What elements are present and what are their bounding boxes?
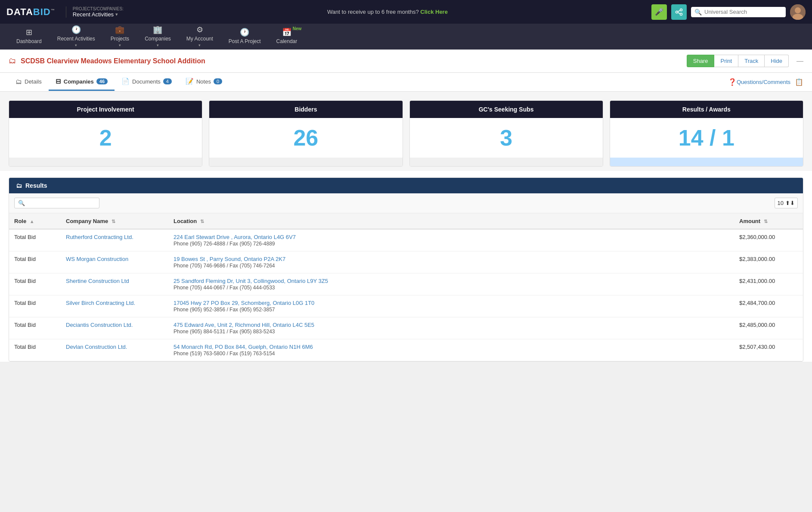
recent-activities-arrow: ▾ bbox=[75, 43, 77, 47]
cell-company-0: Rutherford Contracting Ltd. bbox=[61, 229, 168, 251]
location-phone-4: Phone (905) 884-5131 / Fax (905) 883-524… bbox=[174, 329, 275, 335]
logo-bid: BID bbox=[33, 6, 51, 17]
stat-card-project-involvement-body: 2 bbox=[9, 118, 202, 158]
col-header-location[interactable]: Location ⇅ bbox=[168, 214, 734, 230]
universal-search[interactable]: 🔍 bbox=[691, 7, 786, 17]
documents-tab-icon: 📄 bbox=[121, 78, 130, 85]
questions-comments-link[interactable]: Questions/Comments bbox=[737, 79, 790, 85]
company-link-3[interactable]: Silver Birch Contracting Ltd. bbox=[66, 300, 135, 306]
table-row: Total Bid Devlan Construction Ltd. 54 Mo… bbox=[9, 339, 803, 361]
cell-company-1: WS Morgan Construction bbox=[61, 251, 168, 273]
results-search-icon: 🔍 bbox=[18, 200, 25, 206]
cell-amount-1: $2,383,000.00 bbox=[734, 251, 803, 273]
tab-companies-label: Companies bbox=[64, 78, 94, 85]
table-header-row: Role ▲ Company Name ⇅ Location ⇅ Amount … bbox=[9, 214, 803, 230]
cell-company-5: Devlan Construction Ltd. bbox=[61, 339, 168, 361]
nav-item-companies[interactable]: 🏢 Companies ▾ bbox=[137, 24, 179, 50]
project-title: SCDSB Clearview Meadows Elementary Schoo… bbox=[21, 57, 682, 65]
project-header: 🗂 SCDSB Clearview Meadows Elementary Sch… bbox=[0, 50, 812, 73]
location-phone-1: Phone (705) 746-9686 / Fax (705) 746-726… bbox=[174, 263, 275, 269]
company-link-4[interactable]: Deciantis Construction Ltd. bbox=[66, 322, 133, 328]
results-search-box[interactable]: 🔍 bbox=[14, 198, 99, 208]
top-bar-actions: 🎤 🔍 bbox=[651, 4, 806, 20]
cell-location-3: 17045 Hwy 27 PO Box 29, Schomberg, Ontar… bbox=[168, 295, 734, 317]
companies-icon: 🏢 bbox=[153, 25, 162, 34]
details-tab-icon: 🗂 bbox=[15, 78, 22, 85]
stat-card-gcs-header: GC's Seeking Subs bbox=[410, 101, 603, 118]
col-amount-label: Amount bbox=[739, 218, 760, 224]
tab-notes[interactable]: 📝 Notes 0 bbox=[179, 73, 229, 91]
location-address-link-0[interactable]: 224 Earl Stewart Drive , Aurora, Ontario… bbox=[174, 234, 729, 240]
nav-label-post-a-project: Post A Project bbox=[229, 38, 261, 44]
results-table: Role ▲ Company Name ⇅ Location ⇅ Amount … bbox=[9, 213, 803, 361]
nav-item-my-account[interactable]: ⚙ My Account ▾ bbox=[179, 24, 221, 50]
cell-location-5: 54 Monarch Rd, PO Box 844, Guelph, Ontar… bbox=[168, 339, 734, 361]
amount-value-1: $2,383,000.00 bbox=[739, 256, 775, 262]
stat-card-results-awards: Results / Awards 14 / 1 bbox=[610, 100, 803, 167]
hide-button[interactable]: Hide bbox=[765, 55, 789, 67]
per-page-arrow: ⬆⬇ bbox=[785, 200, 795, 206]
my-account-icon: ⚙ bbox=[196, 25, 203, 34]
print-button[interactable]: Print bbox=[714, 55, 738, 67]
table-row: Total Bid Deciantis Construction Ltd. 47… bbox=[9, 317, 803, 339]
share-tool-button[interactable] bbox=[671, 4, 687, 20]
cell-role-2: Total Bid bbox=[9, 273, 61, 295]
location-address-link-5[interactable]: 54 Monarch Rd, PO Box 844, Guelph, Ontar… bbox=[174, 344, 729, 350]
company-link-5[interactable]: Devlan Construction Ltd. bbox=[66, 344, 127, 350]
minimize-button[interactable]: — bbox=[797, 57, 803, 65]
promo-text: Want to receive up to 6 free months? bbox=[327, 9, 419, 15]
svg-point-0 bbox=[680, 9, 682, 11]
avatar[interactable] bbox=[790, 4, 806, 20]
col-header-role[interactable]: Role ▲ bbox=[9, 214, 61, 230]
tab-documents[interactable]: 📄 Documents 4 bbox=[115, 73, 179, 91]
content-area: 🗂 SCDSB Clearview Meadows Elementary Sch… bbox=[0, 50, 812, 362]
cell-location-4: 475 Edward Ave, Unit 2, Richmond Hill, O… bbox=[168, 317, 734, 339]
nav-label-projects: Projects bbox=[111, 36, 129, 42]
track-button[interactable]: Track bbox=[738, 55, 765, 67]
stats-section: Project Involvement 2 Bidders 26 GC's Se… bbox=[0, 92, 812, 171]
col-header-amount[interactable]: Amount ⇅ bbox=[734, 214, 803, 230]
amount-value-5: $2,507,430.00 bbox=[739, 344, 775, 350]
cell-role-3: Total Bid bbox=[9, 295, 61, 317]
cell-amount-4: $2,485,000.00 bbox=[734, 317, 803, 339]
nav-item-post-a-project[interactable]: 🕐 Post A Project bbox=[221, 24, 269, 50]
cell-location-1: 19 Bowes St , Parry Sound, Ontario P2A 2… bbox=[168, 251, 734, 273]
logo-tm: ™ bbox=[51, 8, 55, 12]
search-input[interactable] bbox=[704, 9, 782, 15]
location-phone-0: Phone (905) 726-4888 / Fax (905) 726-488… bbox=[174, 241, 275, 247]
col-company-label: Company Name bbox=[66, 218, 108, 224]
location-address-link-4[interactable]: 475 Edward Ave, Unit 2, Richmond Hill, O… bbox=[174, 322, 729, 328]
mic-button[interactable]: 🎤 bbox=[651, 4, 667, 20]
company-link-0[interactable]: Rutherford Contracting Ltd. bbox=[66, 234, 133, 240]
breadcrumb-value[interactable]: Recent Activities ▾ bbox=[73, 11, 124, 18]
projects-arrow: ▾ bbox=[119, 43, 121, 47]
nav-item-new-calendar[interactable]: New 📅 Calendar bbox=[269, 24, 305, 50]
tab-details[interactable]: 🗂 Details bbox=[9, 74, 49, 91]
per-page-select[interactable]: 10 ⬆⬇ bbox=[775, 198, 798, 208]
breadcrumb: PROJECTS/COMPANIES: Recent Activities ▾ bbox=[66, 6, 124, 18]
search-icon: 🔍 bbox=[694, 9, 702, 16]
nav-item-recent-activities[interactable]: 🕐 Recent Activities ▾ bbox=[50, 24, 103, 50]
tab-companies[interactable]: ⊟ Companies 46 bbox=[49, 73, 115, 91]
share-button[interactable]: Share bbox=[687, 55, 715, 67]
new-badge: New bbox=[293, 26, 302, 31]
logo[interactable]: DATABID™ bbox=[6, 6, 55, 18]
nav-label-my-account: My Account bbox=[186, 36, 213, 42]
nav-label-companies: Companies bbox=[145, 36, 171, 42]
location-address-link-3[interactable]: 17045 Hwy 27 PO Box 29, Schomberg, Ontar… bbox=[174, 300, 729, 306]
stat-card-bidders-body: 26 bbox=[209, 118, 402, 158]
cell-amount-3: $2,484,700.00 bbox=[734, 295, 803, 317]
nav-item-dashboard[interactable]: ⊞ Dashboard bbox=[9, 24, 50, 50]
company-link-2[interactable]: Shertine Construction Ltd bbox=[66, 278, 129, 284]
nav-item-projects[interactable]: 💼 Projects ▾ bbox=[103, 24, 137, 50]
company-link-1[interactable]: WS Morgan Construction bbox=[66, 256, 128, 262]
col-header-company[interactable]: Company Name ⇅ bbox=[61, 214, 168, 230]
cell-amount-5: $2,507,430.00 bbox=[734, 339, 803, 361]
location-address-link-1[interactable]: 19 Bowes St , Parry Sound, Ontario P2A 2… bbox=[174, 256, 729, 262]
promo-link[interactable]: Click Here bbox=[420, 9, 448, 15]
results-search-input[interactable] bbox=[27, 200, 96, 206]
cell-company-3: Silver Birch Contracting Ltd. bbox=[61, 295, 168, 317]
location-address-link-2[interactable]: 25 Sandford Fleming Dr, Unit 3, Collingw… bbox=[174, 278, 729, 284]
projects-icon: 💼 bbox=[115, 25, 124, 34]
stat-card-results-header: Results / Awards bbox=[610, 101, 803, 118]
